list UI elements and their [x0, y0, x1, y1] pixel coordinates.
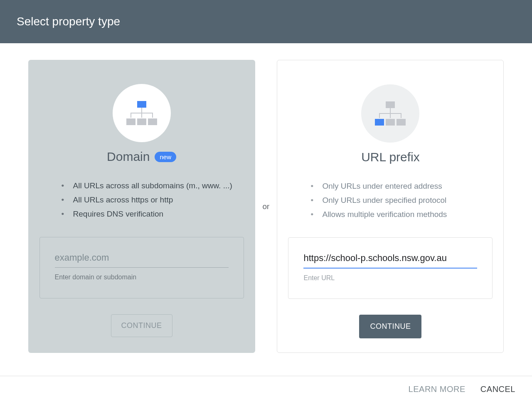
domain-title-row: Domain new — [107, 150, 176, 164]
domain-bullets: All URLs across all subdomains (m., www.… — [39, 179, 244, 221]
url-bullets: Only URLs under entered address Only URL… — [288, 179, 493, 222]
domain-icon-circle — [113, 84, 171, 142]
content-area: Domain new All URLs across all subdomain… — [0, 43, 532, 365]
domain-continue-button[interactable]: CONTINUE — [111, 314, 172, 337]
domain-title: Domain — [107, 150, 150, 164]
domain-input-box: Enter domain or subdomain — [39, 237, 244, 298]
sitemap-icon — [126, 101, 157, 125]
url-input[interactable] — [303, 250, 477, 269]
domain-input-helper: Enter domain or subdomain — [55, 274, 229, 281]
url-continue-button[interactable]: CONTINUE — [359, 315, 421, 338]
dialog-title: Select property type — [17, 15, 120, 28]
domain-bullet-1: All URLs across all subdomains (m., www.… — [62, 179, 244, 193]
new-badge: new — [155, 152, 176, 162]
url-bullet-1: Only URLs under entered address — [310, 179, 493, 193]
url-prefix-card[interactable]: URL prefix Only URLs under entered addre… — [277, 60, 504, 353]
url-title-row: URL prefix — [361, 150, 420, 164]
learn-more-button[interactable]: LEARN MORE — [409, 384, 466, 394]
url-bullet-2: Only URLs under specified protocol — [310, 193, 493, 207]
url-bullet-3: Allows multiple verification methods — [310, 207, 493, 222]
url-input-box: Enter URL — [288, 237, 493, 299]
url-input-helper: Enter URL — [303, 274, 477, 282]
url-icon-circle — [361, 84, 419, 143]
url-title: URL prefix — [361, 150, 420, 164]
or-separator: or — [263, 202, 270, 211]
cancel-button[interactable]: CANCEL — [480, 384, 515, 394]
domain-bullet-3: Requires DNS verification — [62, 207, 244, 221]
domain-card[interactable]: Domain new All URLs across all subdomain… — [28, 60, 255, 353]
domain-input[interactable] — [55, 250, 229, 268]
dialog-header: Select property type — [0, 0, 532, 43]
sitemap-icon — [375, 101, 406, 126]
dialog-footer: LEARN MORE CANCEL — [0, 376, 532, 402]
domain-bullet-2: All URLs across https or http — [62, 193, 244, 207]
